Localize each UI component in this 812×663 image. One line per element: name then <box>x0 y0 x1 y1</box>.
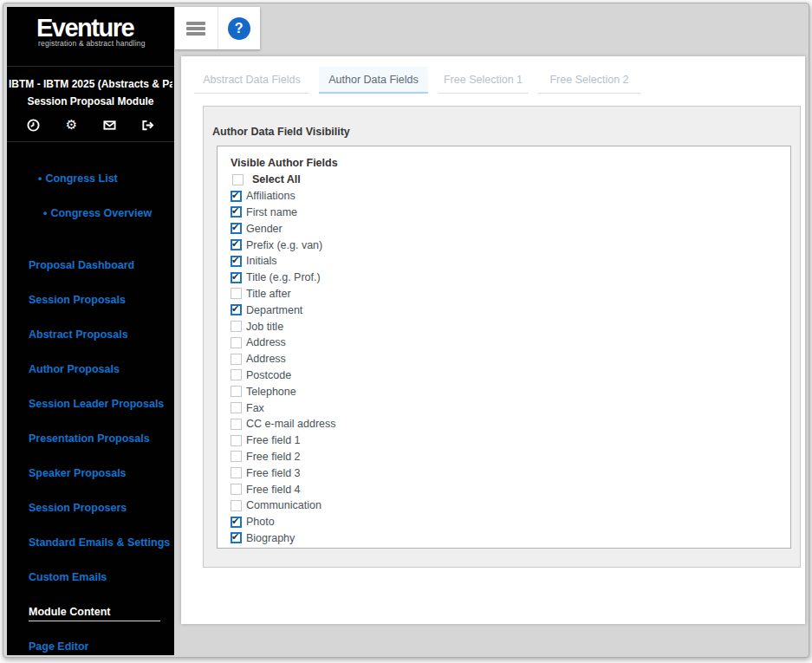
sidebar-nav-item[interactable]: Author Proposals <box>29 363 120 376</box>
sidebar-nav-item[interactable]: Abstract Proposals <box>29 328 128 341</box>
field-label: Job title <box>246 321 283 333</box>
field-row[interactable]: Photo <box>231 514 790 530</box>
fields-heading: Visible Author Fields <box>231 157 790 170</box>
field-checkbox[interactable] <box>231 500 242 511</box>
menu-button[interactable] <box>175 7 218 49</box>
settings-gear-icon[interactable]: ⚙ <box>64 118 79 133</box>
field-checkbox[interactable] <box>231 239 242 250</box>
field-row[interactable]: Free field 1 <box>231 432 790 449</box>
eventure-logo: Eventure registration & abstract handlin… <box>7 14 174 48</box>
select-all-row[interactable]: Select All <box>231 172 790 188</box>
sidebar: Eventure registration & abstract handlin… <box>7 7 174 655</box>
select-all-label: Select All <box>252 173 301 185</box>
field-row[interactable]: Free field 2 <box>231 449 790 465</box>
field-checkbox[interactable] <box>231 256 242 267</box>
field-label: Telephone <box>246 386 296 398</box>
sidebar-nav-item[interactable]: Page Editor <box>29 640 88 653</box>
field-checkbox[interactable] <box>231 337 242 348</box>
sidebar-nav-item[interactable]: Custom Emails <box>29 571 107 584</box>
field-checkbox[interactable] <box>231 386 242 397</box>
field-checkbox[interactable] <box>231 206 242 218</box>
field-checkbox[interactable] <box>231 304 242 315</box>
field-label: Fax <box>246 402 264 414</box>
field-row[interactable]: Title (e.g. Prof.) <box>231 270 790 286</box>
field-row[interactable]: Free field 4 <box>231 481 790 497</box>
tab[interactable]: Free Selection 2 <box>538 67 640 94</box>
sidebar-nav-item[interactable]: Presentation Proposals <box>29 432 150 445</box>
field-checkbox[interactable] <box>231 517 242 528</box>
field-row[interactable]: Fax <box>231 400 790 416</box>
field-row[interactable]: Telephone <box>231 383 790 400</box>
field-row[interactable]: Biography <box>231 530 790 547</box>
field-label: Gender <box>246 223 283 235</box>
field-checkbox[interactable] <box>231 321 242 332</box>
menu-icon[interactable] <box>186 22 205 36</box>
sidebar-divider <box>7 66 174 67</box>
sidebar-nav-item[interactable]: Session Leader Proposals <box>29 398 164 411</box>
field-checkbox[interactable] <box>231 354 242 365</box>
sidebar-nav-item[interactable]: •Congress Overview <box>43 207 152 220</box>
field-row[interactable]: Department <box>231 302 790 318</box>
field-row[interactable]: Address <box>231 335 790 351</box>
field-checkbox[interactable] <box>231 272 242 283</box>
field-checkbox[interactable] <box>231 532 242 543</box>
field-checkbox[interactable] <box>231 451 242 462</box>
sidebar-nav-item[interactable]: Proposal Dashboard <box>29 259 134 272</box>
sidebar-icon-row: ⚙ <box>7 116 174 133</box>
field-row[interactable]: First name <box>231 205 790 221</box>
sidebar-nav-item[interactable]: Speaker Proposals <box>29 467 127 480</box>
tab[interactable]: Free Selection 1 <box>438 67 529 94</box>
field-label: Title (e.g. Prof.) <box>246 271 321 283</box>
field-label: Address <box>246 336 286 348</box>
logout-icon[interactable] <box>140 118 155 133</box>
field-row[interactable]: Affiliations <box>231 188 790 205</box>
field-label: Free field 2 <box>246 451 301 463</box>
help-button[interactable]: ? <box>218 7 261 49</box>
sidebar-nav-item[interactable]: Session Proposers <box>29 502 127 515</box>
sidebar-nav-item[interactable]: •Congress List <box>38 172 118 185</box>
main-content: Abstract Data FieldsAuthor Data FieldsFr… <box>181 56 805 624</box>
field-row[interactable]: Address <box>231 351 790 367</box>
fields-box: Visible Author Fields Select All Affilia… <box>217 146 791 549</box>
field-list: Affiliations First name Gender Prefix (e… <box>231 188 790 547</box>
field-row[interactable]: Title after <box>231 286 790 302</box>
field-row[interactable]: Job title <box>231 318 790 335</box>
field-checkbox[interactable] <box>231 288 242 299</box>
tab-bar: Abstract Data FieldsAuthor Data FieldsFr… <box>181 56 805 94</box>
panel-title: Author Data Field Visibility <box>212 126 350 138</box>
field-checkbox[interactable] <box>231 223 242 234</box>
field-label: Initials <box>246 255 276 267</box>
field-label: Department <box>246 304 302 316</box>
field-checkbox[interactable] <box>231 467 242 478</box>
field-row[interactable]: Gender <box>231 220 790 237</box>
field-row[interactable]: Initials <box>231 253 790 270</box>
active-item-underline <box>29 621 160 621</box>
field-row[interactable]: Communication <box>231 497 790 514</box>
field-checkbox[interactable] <box>231 484 242 495</box>
field-checkbox[interactable] <box>231 419 242 430</box>
sidebar-divider <box>7 141 174 142</box>
mail-icon[interactable] <box>102 118 117 133</box>
congress-name: IBTM - IBTM 2025 (Abstracts & Par... <box>9 78 172 90</box>
field-label: Photo <box>246 516 275 528</box>
field-checkbox[interactable] <box>231 435 242 446</box>
help-icon[interactable]: ? <box>228 17 250 40</box>
tab[interactable]: Abstract Data Fields <box>194 67 309 94</box>
field-checkbox[interactable] <box>231 402 242 413</box>
field-checkbox[interactable] <box>231 369 242 380</box>
field-label: Free field 4 <box>246 484 301 496</box>
field-row[interactable]: Prefix (e.g. van) <box>231 237 790 253</box>
tab[interactable]: Author Data Fields <box>319 67 428 94</box>
bullet-icon: • <box>38 172 42 185</box>
field-checkbox[interactable] <box>231 191 242 202</box>
history-icon[interactable] <box>26 118 41 133</box>
sidebar-nav-item[interactable]: Session Proposals <box>29 294 126 307</box>
sidebar-nav-item[interactable]: Standard Emails & Settings <box>29 536 170 549</box>
field-row[interactable]: Postcode <box>231 367 790 384</box>
field-label: Free field 3 <box>246 467 301 479</box>
field-label: Title after <box>246 288 291 300</box>
field-row[interactable]: Free field 3 <box>231 465 790 481</box>
select-all-checkbox[interactable] <box>232 174 244 185</box>
field-row[interactable]: CC e-mail address <box>231 416 790 432</box>
sidebar-nav-item[interactable]: Module Content <box>29 606 110 619</box>
